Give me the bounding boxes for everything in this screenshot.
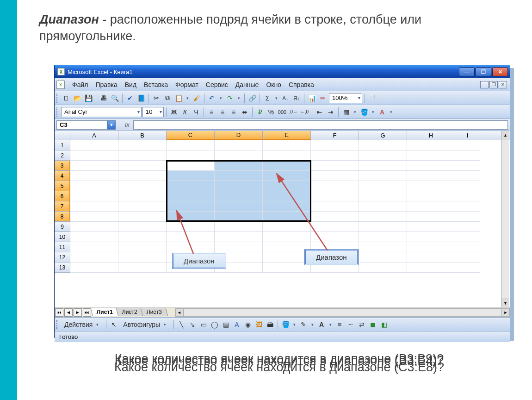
- cell[interactable]: [455, 242, 480, 252]
- dash-style-button[interactable]: ┄: [346, 319, 356, 330]
- row-6[interactable]: 6: [55, 191, 70, 201]
- fill-color-button[interactable]: 🪣: [359, 107, 369, 117]
- picture-button[interactable]: 🏔: [265, 319, 275, 330]
- row-2[interactable]: 2: [55, 150, 70, 161]
- font-color-button-2[interactable]: A: [316, 319, 327, 330]
- merge-button[interactable]: ⬌: [240, 107, 250, 117]
- save-button[interactable]: 💾: [83, 93, 93, 103]
- cell-D4[interactable]: [215, 171, 263, 181]
- menu-view[interactable]: Вид: [121, 80, 140, 89]
- close-button[interactable]: ✕: [492, 67, 508, 76]
- increase-indent-button[interactable]: ⇥: [326, 107, 336, 117]
- font-size-combo[interactable]: 10: [142, 107, 164, 117]
- cell[interactable]: [359, 150, 407, 161]
- cell[interactable]: [70, 161, 118, 171]
- row-3[interactable]: 3: [55, 161, 70, 171]
- cell[interactable]: [407, 212, 455, 222]
- cell[interactable]: [118, 201, 167, 212]
- col-I[interactable]: I: [455, 131, 480, 140]
- 3d-button[interactable]: ◧: [379, 319, 389, 330]
- cell[interactable]: [359, 252, 407, 262]
- row-12[interactable]: 12: [55, 252, 70, 262]
- cut-button[interactable]: ✂: [151, 93, 161, 103]
- print-button[interactable]: 🖶: [99, 93, 109, 103]
- cell[interactable]: [359, 171, 407, 181]
- new-button[interactable]: 🗋: [61, 93, 71, 103]
- row-10[interactable]: 10: [55, 232, 70, 242]
- sheet-next[interactable]: ►: [74, 308, 82, 317]
- cell[interactable]: [118, 191, 167, 201]
- select-objects-button[interactable]: ↖: [109, 319, 119, 330]
- oval-button[interactable]: ◯: [210, 319, 220, 330]
- paste-button[interactable]: 📋: [173, 93, 184, 103]
- decrease-decimal-button[interactable]: ←,0: [299, 107, 309, 117]
- row-8[interactable]: 8: [55, 212, 70, 222]
- hyperlink-button[interactable]: 🔗: [247, 93, 257, 103]
- col-A[interactable]: A: [70, 131, 118, 140]
- cell[interactable]: [70, 201, 118, 212]
- rectangle-button[interactable]: ▭: [198, 319, 209, 330]
- cell[interactable]: [167, 232, 215, 242]
- cell-D3[interactable]: [215, 161, 263, 171]
- autoshapes-button[interactable]: Автофигуры▾: [120, 319, 171, 330]
- cell-E6[interactable]: [263, 191, 311, 201]
- spelling-button[interactable]: ✔: [125, 93, 135, 103]
- cell[interactable]: [407, 140, 455, 150]
- cell[interactable]: [311, 181, 359, 191]
- cell[interactable]: [263, 262, 311, 273]
- cell-C6[interactable]: [167, 191, 215, 201]
- sheet-last[interactable]: ⏭: [83, 308, 91, 317]
- shadow-button[interactable]: ◼: [368, 319, 378, 330]
- cell[interactable]: [407, 252, 455, 262]
- cell[interactable]: [455, 181, 480, 191]
- cell[interactable]: [70, 150, 118, 161]
- cell-E5[interactable]: [263, 181, 311, 191]
- line-color-button[interactable]: ✎: [298, 319, 309, 330]
- cell-E7[interactable]: [263, 201, 311, 212]
- print-preview-button[interactable]: 🔍: [110, 93, 120, 103]
- cell[interactable]: [70, 171, 118, 181]
- cell-D8[interactable]: [215, 212, 263, 222]
- cell[interactable]: [311, 171, 359, 181]
- cell[interactable]: [263, 150, 311, 161]
- cell[interactable]: [455, 201, 480, 212]
- drawing-button[interactable]: ✏: [318, 93, 328, 103]
- scroll-down-button[interactable]: ▼: [501, 299, 509, 307]
- redo-button[interactable]: ↷: [225, 93, 235, 103]
- col-G[interactable]: G: [359, 131, 407, 140]
- sheet-tab-1[interactable]: Лист1: [91, 308, 119, 316]
- col-E[interactable]: E: [263, 131, 311, 140]
- cell[interactable]: [167, 150, 215, 161]
- increase-decimal-button[interactable]: ,0→: [288, 107, 298, 117]
- row-1[interactable]: 1: [55, 140, 70, 150]
- cell[interactable]: [455, 171, 480, 181]
- arrow-button[interactable]: ↘: [187, 319, 198, 330]
- cell[interactable]: [359, 140, 407, 150]
- cell[interactable]: [70, 191, 118, 201]
- minimize-button[interactable]: —: [459, 67, 475, 76]
- undo-button[interactable]: ↶: [207, 93, 217, 103]
- toolbar-handle-3[interactable]: [56, 320, 59, 329]
- cell[interactable]: [407, 201, 455, 212]
- help-button[interactable]: ❔: [367, 93, 377, 103]
- font-color-button[interactable]: A: [377, 107, 387, 117]
- cell[interactable]: [455, 161, 480, 171]
- cell[interactable]: [311, 212, 359, 222]
- mdi-minimize[interactable]: —: [480, 81, 489, 88]
- open-button[interactable]: 📂: [72, 93, 82, 103]
- menu-format[interactable]: Формат: [172, 80, 202, 89]
- cell[interactable]: [215, 150, 263, 161]
- cell-C7[interactable]: [167, 201, 215, 212]
- cell[interactable]: [118, 232, 167, 242]
- borders-button[interactable]: ▦: [341, 107, 351, 117]
- cell-C5[interactable]: [167, 181, 215, 191]
- cell[interactable]: [167, 242, 215, 252]
- sort-desc-button[interactable]: Я↓: [291, 93, 302, 103]
- cell[interactable]: [215, 232, 263, 242]
- menu-tools[interactable]: Сервис: [202, 80, 232, 89]
- col-D[interactable]: D: [215, 131, 263, 140]
- menu-file[interactable]: Файл: [68, 80, 92, 89]
- cell[interactable]: [70, 252, 118, 262]
- cell[interactable]: [263, 232, 311, 242]
- row-11[interactable]: 11: [55, 242, 70, 252]
